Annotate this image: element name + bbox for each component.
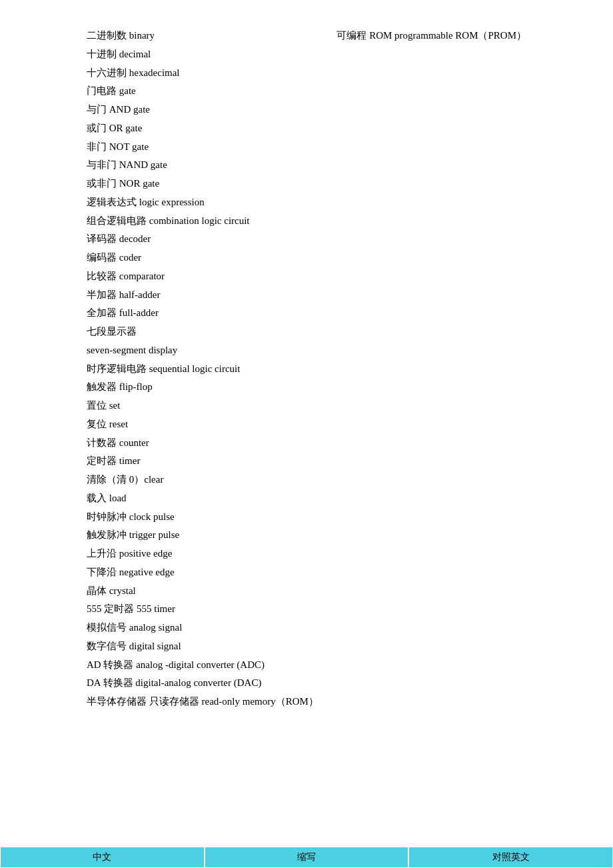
term-line: 十进制 decimal: [87, 45, 526, 64]
term-line: 逻辑表达式 logic expression: [87, 193, 526, 212]
term-line: 与非门 NAND gate: [87, 156, 526, 175]
term-line: 下降沿 negative edge: [87, 563, 526, 582]
term-line: 组合逻辑电路 combination logic circuit: [87, 212, 526, 231]
term-line: 与门 AND gate: [87, 101, 526, 119]
term-line: 时钟脉冲 clock pulse: [87, 508, 526, 527]
term-line: 计数器 counter: [87, 434, 526, 453]
term-line: 模拟信号 analog signal: [87, 619, 526, 637]
term-line: 触发器 flip-flop: [87, 378, 526, 397]
page-wrapper: 二进制数 binary十进制 decimal十六进制 hexadecimal门电…: [0, 0, 613, 868]
term-line: 十六进制 hexadecimal: [87, 64, 526, 83]
content-area: 二进制数 binary十进制 decimal十六进制 hexadecimal门电…: [0, 0, 613, 725]
terms-list: 二进制数 binary十进制 decimal十六进制 hexadecimal门电…: [87, 27, 526, 711]
table-header-row: 中文 缩写 对照英文: [0, 847, 613, 868]
term-line: 门电路 gate: [87, 82, 526, 101]
term-line: DA 转换器 digital-analog converter (DAC): [87, 674, 526, 693]
term-line: 触发脉冲 trigger pulse: [87, 526, 526, 545]
term-line: AD 转换器 analog -digital converter (ADC): [87, 656, 526, 675]
term-line: 译码器 decoder: [87, 230, 526, 249]
term-line: 全加器 full-adder: [87, 304, 526, 323]
term-line: 半导体存储器 只读存储器 read-only memory（ROM）: [87, 693, 526, 711]
term-line: 半加器 half-adder: [87, 286, 526, 305]
term-line: 非门 NOT gate: [87, 138, 526, 157]
term-line: 定时器 timer: [87, 452, 526, 471]
term-line: 或非门 NOR gate: [87, 175, 526, 193]
term-line: 时序逻辑电路 sequential logic circuit: [87, 360, 526, 379]
term-line: 比较器 comparator: [87, 267, 526, 286]
footer-table: 中文 缩写 对照英文: [0, 847, 613, 868]
right-column-text: 可编程 ROM programmable ROM（PROM）: [336, 27, 526, 45]
term-line: 载入 load: [87, 489, 526, 508]
term-line: 上升沿 positive edge: [87, 545, 526, 563]
term-line: 编码器 coder: [87, 249, 526, 267]
term-line: 七段显示器: [87, 323, 526, 341]
col-zhongwen: 中文: [0, 847, 205, 868]
term-line: 清除（清 0）clear: [87, 471, 526, 489]
col-suoxie: 缩写: [205, 847, 409, 868]
col-duizhao: 对照英文: [408, 847, 613, 868]
term-line: 晶体 crystal: [87, 582, 526, 601]
term-line: 复位 reset: [87, 415, 526, 434]
term-line: 数字信号 digital signal: [87, 637, 526, 656]
term-line: 置位 set: [87, 397, 526, 415]
term-line: seven-segment display: [87, 341, 526, 360]
term-line: 555 定时器 555 timer: [87, 600, 526, 619]
term-line: 或门 OR gate: [87, 119, 526, 138]
